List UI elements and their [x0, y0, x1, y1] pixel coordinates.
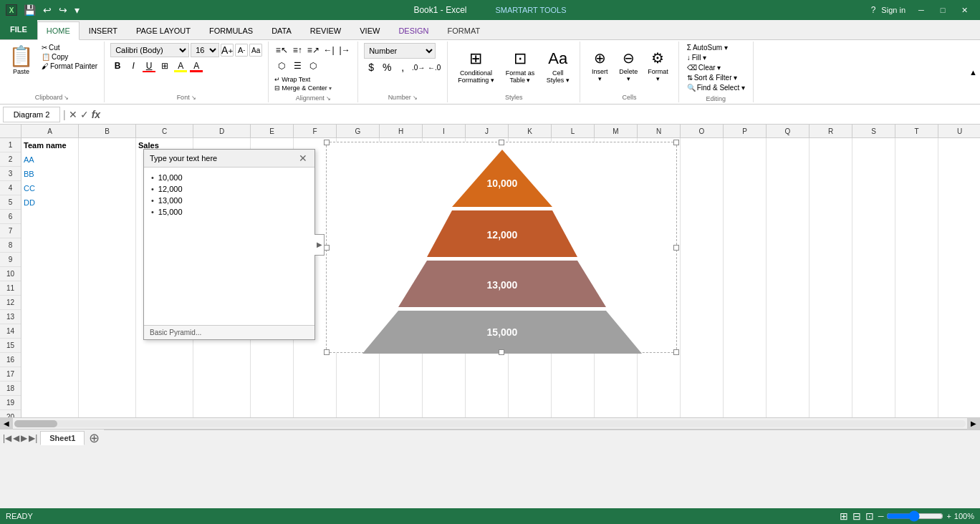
row-num-12[interactable]: 12	[0, 296, 21, 310]
cell-r3[interactable]	[810, 167, 852, 181]
cell-p19[interactable]	[724, 396, 767, 410]
page-break-view-icon[interactable]: ⊡	[865, 510, 874, 522]
sign-in[interactable]: Sign in	[881, 6, 905, 14]
cell-p1[interactable]	[724, 138, 767, 152]
cell-r6[interactable]	[810, 210, 852, 224]
cell-u12[interactable]	[938, 296, 980, 310]
formula-input[interactable]	[103, 107, 977, 122]
cell-u4[interactable]	[938, 181, 980, 195]
cell-p2[interactable]	[724, 152, 767, 167]
alignment-expand-icon[interactable]: ↘	[326, 95, 331, 102]
border-button[interactable]: ⊞	[158, 59, 172, 73]
cell-b4[interactable]	[79, 181, 136, 195]
smartart-text-panel[interactable]: Type your text here ✕ • 10,000 • 12,000 …	[143, 149, 315, 340]
cell-q8[interactable]	[767, 238, 810, 253]
cell-b3[interactable]	[79, 167, 136, 181]
col-header-b[interactable]: B	[79, 125, 136, 137]
cell-k18[interactable]	[509, 382, 552, 396]
cell-styles-button[interactable]: Aa CellStyles ▾	[542, 44, 574, 90]
cell-s10[interactable]	[852, 267, 895, 281]
row-num-6[interactable]: 6	[0, 210, 21, 224]
decrease-decimal-button[interactable]: .0→	[411, 60, 426, 74]
increase-indent-button[interactable]: |→	[337, 43, 352, 57]
cell-u20[interactable]	[938, 410, 980, 417]
zoom-out-icon[interactable]: ─	[878, 512, 884, 520]
cell-a14[interactable]	[21, 324, 79, 339]
cell-u9[interactable]	[938, 253, 980, 267]
nav-next-sheet[interactable]: ▶	[21, 433, 27, 443]
number-expand-icon[interactable]: ↘	[413, 94, 418, 101]
cell-f19[interactable]	[294, 396, 337, 410]
cell-e19[interactable]	[251, 396, 294, 410]
cell-p15[interactable]	[724, 339, 767, 353]
cell-d16[interactable]	[193, 353, 251, 367]
cell-d18[interactable]	[193, 382, 251, 396]
cell-n16[interactable]	[638, 353, 681, 367]
cell-u8[interactable]	[938, 238, 980, 253]
cell-q5[interactable]	[767, 195, 810, 210]
cell-g17[interactable]	[337, 367, 380, 382]
sort-filter-button[interactable]: ⇅ Sort & Filter ▾	[685, 73, 740, 82]
cell-h18[interactable]	[380, 382, 423, 396]
panel-item-3[interactable]: 13,000	[158, 196, 183, 205]
cell-n20[interactable]	[638, 410, 681, 417]
cell-g16[interactable]	[337, 353, 380, 367]
cell-r4[interactable]	[810, 181, 852, 195]
cell-r13[interactable]	[810, 310, 852, 324]
cell-c17[interactable]	[136, 367, 193, 382]
cell-a11[interactable]	[21, 281, 79, 296]
col-header-f[interactable]: F	[294, 125, 337, 137]
cell-t10[interactable]	[895, 267, 938, 281]
close-button[interactable]: ✕	[954, 3, 974, 17]
cell-p3[interactable]	[724, 167, 767, 181]
cell-o8[interactable]	[681, 238, 724, 253]
cell-e18[interactable]	[251, 382, 294, 396]
cell-b14[interactable]	[79, 324, 136, 339]
cell-b17[interactable]	[79, 367, 136, 382]
cell-t4[interactable]	[895, 181, 938, 195]
panel-close-button[interactable]: ✕	[297, 152, 309, 164]
cell-h17[interactable]	[380, 367, 423, 382]
cell-r10[interactable]	[810, 267, 852, 281]
cell-t14[interactable]	[895, 324, 938, 339]
cell-u11[interactable]	[938, 281, 980, 296]
cell-b10[interactable]	[79, 267, 136, 281]
cell-a10[interactable]	[21, 267, 79, 281]
row-num-15[interactable]: 15	[0, 339, 21, 353]
cell-q1[interactable]	[767, 138, 810, 152]
bold-button[interactable]: B	[110, 59, 125, 73]
underline-button[interactable]: U	[142, 59, 156, 73]
cell-r17[interactable]	[810, 367, 852, 382]
cell-b20[interactable]	[79, 410, 136, 417]
cell-q10[interactable]	[767, 267, 810, 281]
row-num-4[interactable]: 4	[0, 181, 21, 195]
panel-item-1[interactable]: 10,000	[158, 173, 183, 182]
sheet-tab-sheet1[interactable]: Sheet1	[40, 431, 85, 445]
cell-p18[interactable]	[724, 382, 767, 396]
cell-t7[interactable]	[895, 224, 938, 238]
cell-o9[interactable]	[681, 253, 724, 267]
cell-b2[interactable]	[79, 152, 136, 167]
cell-u3[interactable]	[938, 167, 980, 181]
cell-r7[interactable]	[810, 224, 852, 238]
panel-item-2[interactable]: 12,000	[158, 185, 183, 193]
cell-o11[interactable]	[681, 281, 724, 296]
format-button[interactable]: ⚙ Format▾	[643, 43, 673, 89]
cell-h20[interactable]	[380, 410, 423, 417]
cell-t19[interactable]	[895, 396, 938, 410]
col-header-q[interactable]: Q	[767, 125, 810, 137]
cell-b7[interactable]	[79, 224, 136, 238]
cell-r9[interactable]	[810, 253, 852, 267]
cell-a18[interactable]	[21, 382, 79, 396]
cell-k19[interactable]	[509, 396, 552, 410]
nav-prev-sheet[interactable]: ◀	[13, 433, 19, 443]
cell-o4[interactable]	[681, 181, 724, 195]
cell-c16[interactable]	[136, 353, 193, 367]
cell-n17[interactable]	[638, 367, 681, 382]
cell-d17[interactable]	[193, 367, 251, 382]
horizontal-scrollbar[interactable]: ◀ ▶	[0, 417, 980, 429]
cell-l19[interactable]	[552, 396, 595, 410]
nav-first-sheet[interactable]: |◀	[3, 433, 11, 443]
cell-f20[interactable]	[294, 410, 337, 417]
cell-i16[interactable]	[423, 353, 466, 367]
